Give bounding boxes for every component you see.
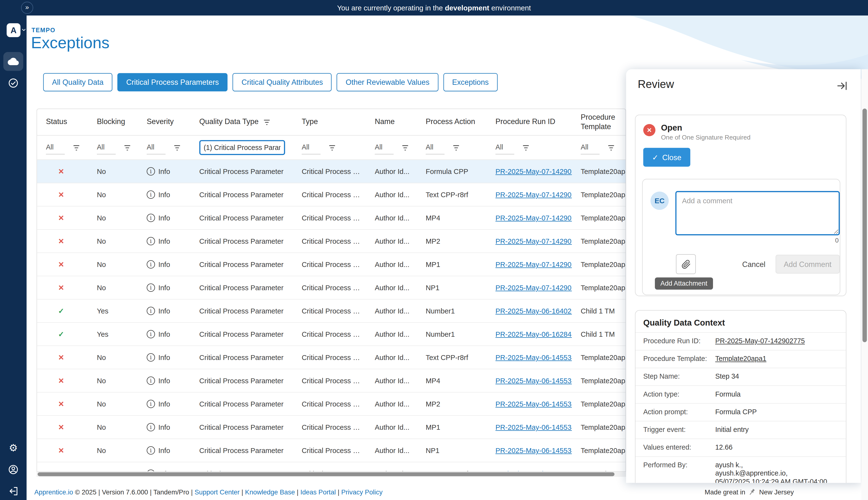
nav-cloud-icon[interactable] <box>8 56 19 67</box>
tab-exceptions[interactable]: Exceptions <box>443 73 497 91</box>
procedure-run-id-link[interactable]: PR-2025-May-07-1429027 <box>496 260 572 269</box>
table-row[interactable]: ✕NoiInfoCritical Process ParameterCritic… <box>37 230 626 253</box>
cell-quality-data-type-text: Critical Process Parameter <box>199 400 283 408</box>
filter-menu-icon[interactable] <box>606 143 616 152</box>
filter-input-quality-data-type[interactable] <box>199 140 285 155</box>
logout-icon[interactable] <box>8 486 19 497</box>
filter-menu-icon[interactable] <box>122 143 132 152</box>
table-row[interactable]: ✕NoiInfoCritical Process ParameterCritic… <box>37 183 626 207</box>
footer-text: | <box>336 488 341 496</box>
chevron-down-icon[interactable] <box>21 27 27 33</box>
filter-input-type[interactable] <box>302 141 321 154</box>
app-root: You are currently operating in the devel… <box>0 0 868 500</box>
filter-menu-icon[interactable] <box>400 143 410 152</box>
context-label: Procedure Template: <box>643 355 715 363</box>
table-row[interactable]: ✕NoiInfoCritical Process ParameterCritic… <box>37 207 626 230</box>
filter-input-name[interactable] <box>375 141 394 154</box>
collapse-panel-icon[interactable] <box>836 80 848 91</box>
cell-name-text: Author Id... <box>375 376 409 385</box>
context-value: Initial entry <box>715 426 749 434</box>
procedure-run-id-link[interactable]: PR-2025-May-06-1455342 <box>496 423 572 431</box>
cell-procedure-run-id: PR-2025-May-07-1429027 <box>487 160 572 183</box>
column-filter-icon[interactable] <box>262 117 271 127</box>
account-icon[interactable] <box>8 464 19 475</box>
tab-all-quality-data[interactable]: All Quality Data <box>43 73 112 91</box>
procedure-run-id-link[interactable]: PR-2025-May-07-1429027 <box>496 283 572 292</box>
procedure-run-id-link[interactable]: PR-2025-May-06-1455342 <box>496 400 572 408</box>
cell-blocking-text: No <box>97 446 106 454</box>
cell-procedure-template: Template20apa1 <box>572 183 626 206</box>
procedure-run-id-link[interactable]: PR-2025-May-07-1429027 <box>496 214 572 222</box>
procedure-run-id-link[interactable]: PR-2025-May-06-1455342 <box>496 353 572 361</box>
cell-procedure-template-text: Template20apa1 <box>581 237 626 245</box>
table-row[interactable]: ✕NoiInfoCritical Process ParameterCritic… <box>37 346 626 370</box>
pushpin-icon <box>748 488 756 496</box>
context-value: Formula CPP <box>715 408 757 417</box>
severity-label: Info <box>158 446 170 454</box>
app-logo[interactable]: A <box>7 23 20 37</box>
cell-name-text: Author Id... <box>375 283 409 292</box>
context-value-link[interactable]: PR-2025-May-07-142902775 <box>715 337 805 345</box>
filter-input-procedure-run-id[interactable] <box>496 141 514 154</box>
cancel-button[interactable]: Cancel <box>742 260 765 268</box>
filter-menu-icon[interactable] <box>521 143 530 152</box>
footer-link[interactable]: Support Center <box>195 488 240 496</box>
tab-critical-quality-attributes[interactable]: Critical Quality Attributes <box>233 73 332 91</box>
context-value-link[interactable]: Template20apa1 <box>715 355 766 363</box>
h-scrollbar-thumb[interactable] <box>37 473 614 476</box>
severity-label: Info <box>158 237 170 245</box>
procedure-run-id-link[interactable]: PR-2025-May-06-1640265 <box>496 307 572 315</box>
add-comment-button[interactable]: Add Comment <box>775 254 840 273</box>
filter-menu-icon[interactable] <box>172 143 182 152</box>
filter-input-severity[interactable] <box>147 141 166 154</box>
tab-other-reviewable-values[interactable]: Other Reviewable Values <box>337 73 438 91</box>
cell-blocking-text: No <box>97 214 106 222</box>
cell-process-action-text: Formula CPP <box>426 167 468 175</box>
procedure-run-id-link[interactable]: PR-2025-May-07-1429027 <box>496 237 572 245</box>
cell-type: Critical Process Para... <box>293 346 366 369</box>
settings-gear-icon[interactable]: ⚙ <box>8 442 19 454</box>
sidebar-expand-button[interactable]: » <box>21 2 33 14</box>
procedure-run-id-link[interactable]: PR-2025-May-06-1455342 <box>496 376 572 385</box>
filter-input-blocking[interactable] <box>97 141 116 154</box>
table-row[interactable]: ✕NoiInfoCritical Process ParameterCritic… <box>37 370 626 393</box>
cell-process-action-text: Text CPP-r8rf <box>426 469 468 471</box>
comment-card: EC 0 Cancel Add Comment Add Attachment <box>642 179 840 295</box>
footer-link[interactable]: Apprentice.io <box>34 488 73 496</box>
context-label: Values entered: <box>643 444 715 451</box>
filter-input-status[interactable] <box>46 141 65 154</box>
table-row[interactable]: ✓YesiInfoCritical Process ParameterCriti… <box>37 300 626 323</box>
attach-file-button[interactable] <box>676 254 696 274</box>
procedure-run-id-link[interactable]: Assign/ May 6th -1-A TM mi... <box>496 469 572 471</box>
table-row[interactable]: ✕NoiInfoCritical Process ParameterCritic… <box>37 276 626 300</box>
comment-input[interactable] <box>675 191 840 236</box>
procedure-run-id-link[interactable]: PR-2025-May-07-1429027 <box>496 167 572 175</box>
procedure-run-id-link[interactable]: PR-2025-May-06-1628441 <box>496 330 572 338</box>
cell-blocking-text: No <box>97 423 106 431</box>
table-row[interactable]: ✕NoiInfoCritical Process ParameterCritic… <box>37 160 626 183</box>
v-scrollbar-thumb[interactable] <box>863 109 867 342</box>
footer-link[interactable]: Privacy Policy <box>341 488 383 496</box>
info-icon: i <box>147 167 155 175</box>
filter-menu-icon[interactable] <box>327 143 337 152</box>
nav-quality-icon[interactable] <box>8 78 19 89</box>
procedure-run-id-link[interactable]: PR-2025-May-07-1429027 <box>496 190 572 198</box>
table-row[interactable]: ✕NoiInfoCritical Process ParameterCritic… <box>37 393 626 416</box>
filter-menu-icon[interactable] <box>451 143 461 152</box>
footer-link[interactable]: Ideas Portal <box>300 488 336 496</box>
table-row[interactable]: ✓YesiInfoCritical Process ParameterCriti… <box>37 323 626 346</box>
close-exception-button[interactable]: ✓Close <box>643 148 690 167</box>
cell-blocking-text: Yes <box>97 307 108 315</box>
filter-menu-icon[interactable] <box>71 143 81 152</box>
cell-quality-data-type-text: Critical Process Parameter <box>199 190 283 198</box>
table-row[interactable]: ✕NoiInfoCritical Process ParameterCritic… <box>37 416 626 439</box>
filter-input-process-action[interactable] <box>426 141 445 154</box>
table-row[interactable]: ✕NoiInfoCritical Process ParameterCritic… <box>37 439 626 463</box>
tab-critical-process-parameters[interactable]: Critical Process Parameters <box>117 73 228 91</box>
footer-link[interactable]: Knowledge Base <box>245 488 295 496</box>
filter-input-procedure-template[interactable] <box>581 141 600 154</box>
procedure-run-id-link[interactable]: PR-2025-May-06-1455342 <box>496 446 572 454</box>
table-row[interactable]: ✕NoiInfoCritical Process ParameterCritic… <box>37 463 626 472</box>
column-header-label: Procedure Template <box>581 113 626 131</box>
table-row[interactable]: ✕NoiInfoCritical Process ParameterCritic… <box>37 253 626 276</box>
